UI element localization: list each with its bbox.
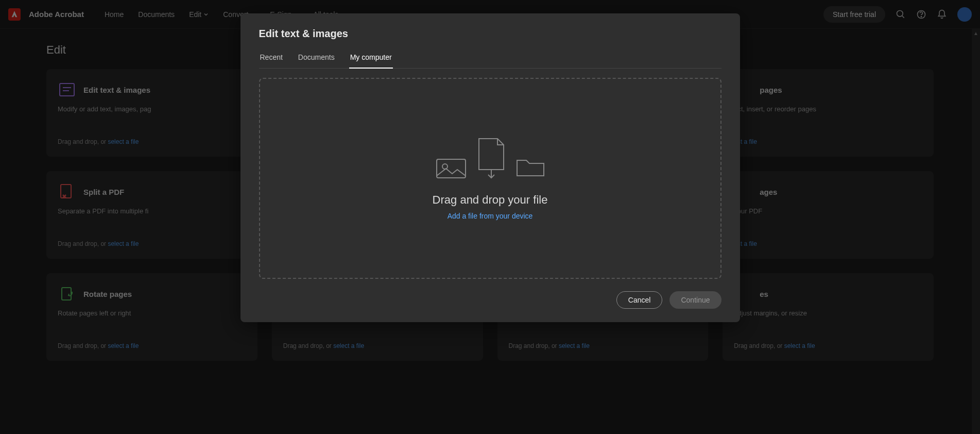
continue-button[interactable]: Continue [669, 291, 721, 309]
dropzone-illustration [435, 137, 546, 180]
add-file-link[interactable]: Add a file from your device [448, 212, 533, 220]
modal-title: Edit text & images [259, 28, 721, 40]
svg-rect-9 [437, 159, 466, 178]
file-picker-modal: Edit text & images Recent Documents My c… [240, 13, 740, 322]
modal-tabs: Recent Documents My computer [259, 49, 721, 69]
tab-recent[interactable]: Recent [259, 49, 284, 69]
dropzone[interactable]: Drag and drop your file Add a file from … [259, 78, 721, 279]
tab-mycomputer[interactable]: My computer [349, 49, 393, 69]
file-download-icon [475, 137, 508, 180]
dropzone-title: Drag and drop your file [433, 193, 548, 207]
folder-icon [515, 155, 546, 180]
modal-overlay: Edit text & images Recent Documents My c… [0, 0, 980, 434]
image-icon [435, 155, 468, 180]
cancel-button[interactable]: Cancel [616, 291, 663, 309]
tab-documents[interactable]: Documents [297, 49, 336, 69]
svg-point-10 [442, 164, 448, 169]
modal-actions: Cancel Continue [259, 291, 721, 309]
